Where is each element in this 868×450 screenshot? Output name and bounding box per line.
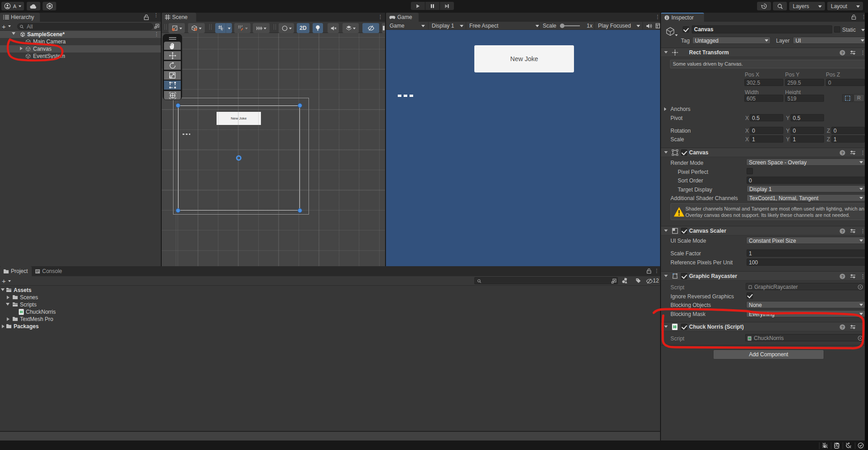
svg-text:Y: Y bbox=[221, 28, 223, 31]
svg-text:?: ? bbox=[841, 151, 844, 155]
svg-text:?: ? bbox=[841, 229, 844, 234]
svg-text:?: ? bbox=[841, 51, 844, 55]
svg-text:?: ? bbox=[841, 325, 844, 330]
svg-text:?: ? bbox=[841, 274, 844, 279]
